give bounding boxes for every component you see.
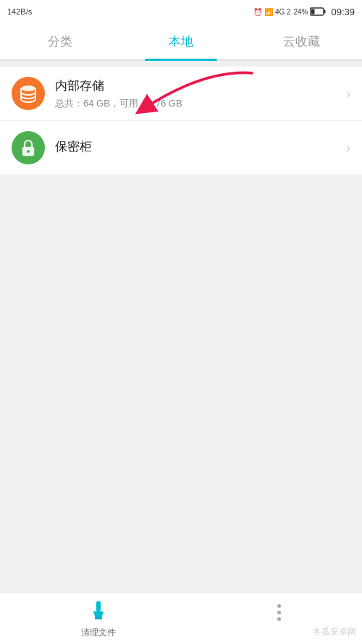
bottom-toolbar: 清理文件 bbox=[0, 592, 362, 644]
clean-files-button[interactable]: 清理文件 bbox=[81, 598, 116, 639]
wifi-icon: 📶 bbox=[264, 8, 273, 16]
list-item-internal-storage[interactable]: 内部存储 总共：64 GB，可用：3.76 GB › bbox=[0, 67, 362, 121]
svg-rect-2 bbox=[324, 10, 326, 14]
watermark: 冬瓜安卓网 bbox=[313, 626, 356, 638]
status-bar: 142B/s ⏰ 📶 4G 26 24% 09:39 bbox=[0, 0, 362, 23]
storage-chevron: › bbox=[346, 86, 350, 101]
lock-icon bbox=[19, 138, 38, 157]
storage-title: 内部存储 bbox=[55, 78, 346, 94]
svg-point-4 bbox=[21, 85, 35, 91]
tab-category[interactable]: 分类 bbox=[0, 23, 121, 59]
svg-rect-8 bbox=[95, 617, 102, 619]
storage-icon-wrapper bbox=[12, 77, 45, 110]
battery-level: 24% bbox=[293, 8, 308, 16]
network-speed: 142B/s bbox=[7, 7, 32, 16]
time-display: 09:39 bbox=[331, 7, 355, 17]
safebox-title: 保密柜 bbox=[55, 138, 346, 155]
tab-bar: 分类 本地 云收藏 bbox=[0, 23, 362, 61]
alarm-icon: ⏰ bbox=[253, 8, 262, 16]
svg-rect-7 bbox=[96, 601, 101, 611]
clean-label: 清理文件 bbox=[81, 627, 116, 639]
content-area: 内部存储 总共：64 GB，可用：3.76 GB › 保密柜 › bbox=[0, 61, 362, 592]
broom-icon bbox=[85, 598, 111, 624]
safebox-text: 保密柜 bbox=[55, 138, 346, 158]
svg-point-6 bbox=[27, 150, 30, 153]
dot-2 bbox=[277, 611, 281, 614]
tab-cloud[interactable]: 云收藏 bbox=[241, 23, 362, 59]
safebox-chevron: › bbox=[346, 141, 350, 156]
dot-1 bbox=[277, 604, 281, 608]
main-content: 内部存储 总共：64 GB，可用：3.76 GB › 保密柜 › bbox=[0, 61, 362, 592]
signal-icon: 4G 26 bbox=[275, 6, 291, 17]
storage-text: 内部存储 总共：64 GB，可用：3.76 GB bbox=[55, 78, 346, 110]
database-icon bbox=[19, 84, 38, 103]
safe-icon-wrapper bbox=[12, 131, 45, 164]
svg-text:4G 26: 4G 26 bbox=[275, 8, 291, 16]
svg-rect-3 bbox=[311, 9, 315, 14]
tab-local[interactable]: 本地 bbox=[121, 23, 242, 59]
battery-icon bbox=[310, 7, 326, 16]
dot-3 bbox=[277, 617, 281, 621]
more-menu-button[interactable] bbox=[277, 604, 281, 632]
list-item-safe-box[interactable]: 保密柜 › bbox=[0, 121, 362, 175]
status-icons: ⏰ 📶 4G 26 24% 09:39 bbox=[253, 6, 355, 17]
storage-subtitle: 总共：64 GB，可用：3.76 GB bbox=[55, 97, 346, 110]
